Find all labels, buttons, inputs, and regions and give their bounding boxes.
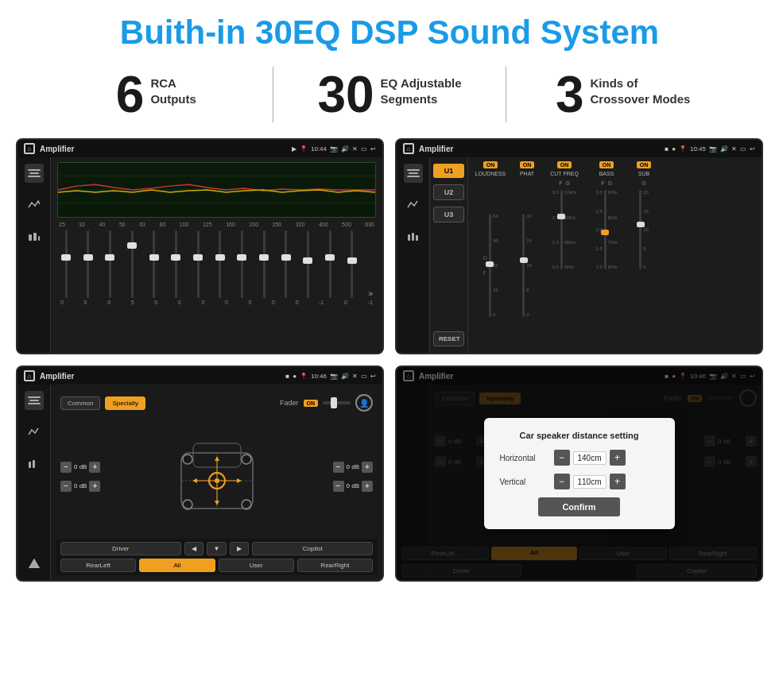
nav-right-btn[interactable]: ▶ [230,542,249,555]
eq-sidebar [17,157,51,353]
bass-label: BASS [599,171,614,176]
crossover-content: Common Specialty Fader ON 👤 − [17,385,382,580]
eq-slider-13[interactable] [324,230,335,298]
amp-sidebar-icon-1[interactable] [404,164,423,183]
rearright-btn[interactable]: RearRight [297,559,373,572]
eq-slider-11[interactable] [281,230,292,298]
fader-on-badge[interactable]: ON [304,400,319,407]
dialog-vertical-row: Vertical − 110cm + [500,474,659,489]
sub-label: SUB [638,171,649,176]
fader-slider[interactable] [323,401,351,404]
vertical-plus-btn[interactable]: + [610,474,626,489]
svg-rect-0 [29,234,32,241]
preset-u1[interactable]: U1 [433,164,464,178]
home-icon-1[interactable]: ⌂ [24,143,35,154]
svg-marker-26 [215,501,219,505]
eq-sliders-row: » [57,230,376,298]
crossover-icon-4[interactable] [25,555,44,574]
eq-slider-14[interactable] [347,230,358,298]
eq-slider-3[interactable] [104,230,115,298]
cutfreq-label: CUT FREQ [550,171,579,176]
vertical-minus-btn[interactable]: − [554,474,570,489]
sub-on[interactable]: ON [637,161,652,168]
db4-minus[interactable]: − [333,481,344,492]
profile-icon[interactable]: 👤 [355,394,373,412]
status-bar-3: ⌂ Amplifier ■● 📍10:46 📷🔊✕▭↩ [17,367,382,385]
rearleft-btn[interactable]: RearLeft [60,559,136,572]
eq-content: 253240506380100125160200250320400500630 [17,157,382,353]
cutfreq-on[interactable]: ON [557,161,572,168]
svg-point-28 [242,454,251,464]
eq-slider-6[interactable] [170,230,181,298]
eq-slider-9[interactable] [236,230,247,298]
amp-sidebar-icon-3[interactable] [404,227,423,246]
sub-section: ON SUB G 20151050 [629,161,659,349]
stat-text-rca: RCAOutputs [150,69,196,106]
home-icon-3[interactable]: ⌂ [24,370,35,381]
horizontal-minus-btn[interactable]: − [554,450,570,466]
db3-minus[interactable]: − [333,462,344,473]
nav-down-btn[interactable]: ▼ [207,542,227,555]
driver-btn[interactable]: Driver [60,542,181,555]
tab-specialty[interactable]: Specialty [105,396,145,410]
eq-slider-4[interactable] [126,230,138,298]
phat-on[interactable]: ON [520,161,535,168]
copilot-btn[interactable]: Copilot [252,542,373,555]
db3-plus[interactable]: + [362,462,373,473]
all-btn[interactable]: All [139,559,215,572]
svg-rect-6 [408,234,410,241]
db1-plus[interactable]: + [89,462,100,473]
eq-slider-2[interactable] [83,230,94,298]
eq-sidebar-icon-3[interactable] [25,227,44,246]
db3-value: 0 dB [347,463,359,470]
eq-more-icon: » [368,289,373,298]
svg-point-27 [183,454,192,464]
status-icons-1: ▶ 📍 10:44 📷 🔊 ✕ ▭ ↩ [292,145,376,153]
amp-reset-btn[interactable]: RESET [433,331,464,346]
eq-slider-10[interactable] [258,230,269,298]
amp-sidebar-icon-2[interactable] [404,195,423,215]
crossover-bottom-btns-2: RearLeft All User RearRight [56,559,378,575]
eq-slider-12[interactable] [302,230,313,298]
stat-text-eq: EQ AdjustableSegments [381,69,462,106]
crossover-icon-1[interactable] [25,391,44,410]
status-bar-2: ⌂ Amplifier ■● 📍10:45 📷🔊✕▭↩ [397,140,762,157]
eq-graph [57,162,376,218]
amp-sidebar [397,157,430,353]
bass-on[interactable]: ON [599,161,614,168]
confirm-button[interactable]: Confirm [538,497,619,516]
eq-main: 253240506380100125160200250320400500630 [51,157,382,353]
eq-freq-labels: 253240506380100125160200250320400500630 [57,222,376,227]
db2-minus[interactable]: − [60,481,72,492]
eq-sidebar-icon-1[interactable] [25,164,44,183]
db2-value: 0 dB [74,482,87,489]
db4-plus[interactable]: + [362,481,373,492]
nav-left-btn[interactable]: ◀ [184,542,203,555]
left-db-controls: − 0 dB + − 0 dB + [60,462,100,492]
svg-marker-20 [192,478,197,483]
crossover-icon-2[interactable] [25,423,44,442]
crossover-icon-3[interactable] [25,454,44,474]
eq-slider-5[interactable] [149,230,160,298]
user-btn[interactable]: User [219,559,294,572]
loudness-on[interactable]: ON [483,161,498,168]
right-db-controls: − 0 dB + − 0 dB + [333,462,373,492]
db2-plus[interactable]: + [89,481,100,492]
svg-marker-24 [215,456,219,461]
eq-slider-8[interactable] [215,230,226,298]
eq-slider-7[interactable] [192,230,203,298]
tab-common[interactable]: Common [60,396,100,410]
screen-amp: ⌂ Amplifier ■● 📍10:45 📷🔊✕▭↩ [395,138,763,354]
eq-slider-1[interactable] [60,230,72,298]
stat-number-6: 6 [116,69,145,120]
preset-u2[interactable]: U2 [433,184,464,200]
preset-u3[interactable]: U3 [433,207,464,222]
home-icon-2[interactable]: ⌂ [403,143,414,154]
crossover-main: Common Specialty Fader ON 👤 − [51,385,382,580]
db1-minus[interactable]: − [60,462,72,473]
stat-divider-2 [506,67,506,122]
horizontal-plus-btn[interactable]: + [610,450,626,466]
eq-sidebar-icon-2[interactable] [25,195,44,215]
eq-bottom-bar: ◀ Custom ▶ RESET U1 U2 U3 [17,353,382,354]
amp-controls-main: ON LOUDNESS GF 644832160 ON PHAT 3224168… [468,157,762,353]
